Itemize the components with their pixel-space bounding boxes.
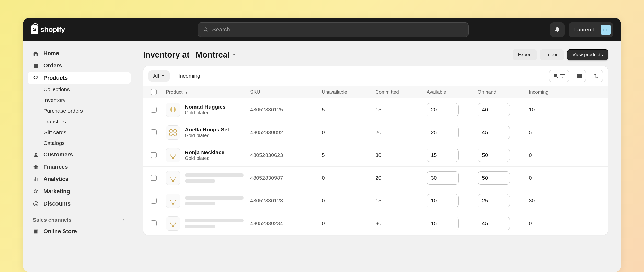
user-name: Lauren L. xyxy=(574,27,597,33)
available-input[interactable] xyxy=(427,194,459,207)
sku-cell: 48052830092 xyxy=(250,129,322,135)
avatar: LL xyxy=(601,25,611,35)
sidebar-sub-purchase-orders[interactable]: Purchase orders xyxy=(28,106,131,116)
search-input[interactable] xyxy=(212,26,463,33)
skeleton-line xyxy=(185,173,244,177)
on-hand-input[interactable] xyxy=(478,149,510,162)
tab-all[interactable]: All xyxy=(148,70,170,82)
export-button[interactable]: Export xyxy=(513,49,537,60)
customers-icon xyxy=(33,152,39,158)
sidebar-sub-collections[interactable]: Collections xyxy=(28,84,131,95)
product-thumbnail[interactable] xyxy=(166,103,180,117)
product-thumbnail[interactable] xyxy=(166,125,180,140)
column-header-available[interactable]: Available xyxy=(427,89,478,95)
committed-cell: 15 xyxy=(375,198,427,204)
on-hand-input[interactable] xyxy=(478,171,510,185)
sidebar-item-orders[interactable]: Orders xyxy=(28,60,131,72)
sidebar-item-products[interactable]: Products xyxy=(28,72,131,84)
product-name[interactable]: Nomad Huggies xyxy=(185,104,226,110)
sidebar-sub-transfers[interactable]: Transfers xyxy=(28,117,131,127)
on-hand-input[interactable] xyxy=(478,194,510,207)
user-menu[interactable]: Lauren L. LL xyxy=(569,22,613,37)
product-thumbnail[interactable] xyxy=(166,216,180,231)
available-input[interactable] xyxy=(427,171,459,185)
row-checkbox[interactable] xyxy=(151,107,157,113)
sidebar-item-label: Finances xyxy=(43,164,68,170)
shopify-bag-icon xyxy=(31,25,38,34)
select-all-checkbox[interactable] xyxy=(151,89,157,95)
committed-cell: 30 xyxy=(375,220,427,226)
discounts-icon xyxy=(33,201,39,207)
sku-cell: 48052830987 xyxy=(250,175,322,181)
search-filter-button[interactable] xyxy=(549,70,569,82)
column-header-unavailable[interactable]: Unavailable xyxy=(322,89,375,95)
product-name[interactable]: Ronja Necklace xyxy=(185,149,224,155)
sidebar-sub-inventory[interactable]: Inventory xyxy=(28,95,131,105)
column-header-sku[interactable]: SKU xyxy=(250,89,322,95)
svg-point-3 xyxy=(35,153,37,155)
on-hand-input[interactable] xyxy=(478,217,510,230)
svg-point-17 xyxy=(172,157,174,159)
on-hand-input[interactable] xyxy=(478,103,510,116)
sort-icon xyxy=(593,73,599,79)
svg-point-7 xyxy=(554,74,557,77)
columns-button[interactable] xyxy=(573,70,586,82)
sort-button[interactable] xyxy=(590,70,603,82)
search-icon xyxy=(553,73,559,79)
product-name[interactable]: Ariella Hoops Set xyxy=(185,127,229,133)
sku-cell: 48052830234 xyxy=(250,220,322,226)
bell-icon xyxy=(554,27,560,33)
product-thumbnail[interactable] xyxy=(166,194,180,208)
row-checkbox[interactable] xyxy=(151,175,157,181)
sidebar-item-customers[interactable]: Customers xyxy=(28,149,131,161)
product-thumbnail[interactable] xyxy=(166,171,180,185)
sidebar-item-label: Online Store xyxy=(43,228,77,235)
sidebar-sub-catalogs[interactable]: Catalogs xyxy=(28,138,131,148)
sidebar-item-marketing[interactable]: Marketing xyxy=(28,186,131,197)
import-button[interactable]: Import xyxy=(540,49,564,60)
chevron-down-icon xyxy=(161,74,165,78)
sidebar-item-finances[interactable]: Finances xyxy=(28,161,131,173)
on-hand-input[interactable] xyxy=(478,126,510,139)
topbar: shopify Lauren L. LL xyxy=(23,18,621,41)
table-row: Ariella Hoops SetGold plated480528300920… xyxy=(143,121,608,144)
sidebar: Home Orders Products Collections Invento… xyxy=(23,41,135,272)
available-input[interactable] xyxy=(427,149,459,162)
sidebar-item-online-store[interactable]: Online Store xyxy=(28,225,131,237)
tab-incoming[interactable]: Incoming xyxy=(174,70,205,82)
view-products-button[interactable]: View products xyxy=(567,49,608,60)
row-checkbox[interactable] xyxy=(151,220,157,226)
column-header-on-hand[interactable]: On hand xyxy=(478,89,529,95)
sidebar-item-discounts[interactable]: Discounts xyxy=(28,198,131,210)
table-row: 480528302340300 xyxy=(143,212,608,235)
available-input[interactable] xyxy=(427,217,459,230)
notifications-button[interactable] xyxy=(550,22,565,37)
sidebar-item-analytics[interactable]: Analytics xyxy=(28,173,131,185)
column-header-product[interactable]: Product ▴ xyxy=(166,89,250,95)
available-input[interactable] xyxy=(427,103,459,116)
table-row: Nomad HuggiesGold plated4805283012551510 xyxy=(143,98,608,121)
location-dropdown[interactable]: Montreal xyxy=(195,50,236,60)
add-view-button[interactable]: + xyxy=(209,71,219,81)
column-header-incoming[interactable]: Incoming xyxy=(529,89,559,95)
committed-cell: 20 xyxy=(375,129,427,135)
incoming-cell: 5 xyxy=(529,129,559,135)
committed-cell: 30 xyxy=(375,152,427,158)
search-input-wrap[interactable] xyxy=(198,22,469,37)
brand-logo[interactable]: shopify xyxy=(31,25,65,34)
row-checkbox[interactable] xyxy=(151,152,157,158)
sales-channels-label: Sales channels xyxy=(33,217,72,223)
table-header: Product ▴ SKU Unavailable Committed Avai… xyxy=(143,86,608,98)
product-thumbnail[interactable] xyxy=(166,148,180,162)
products-icon xyxy=(33,75,39,81)
sales-channels-header[interactable]: Sales channels xyxy=(28,210,131,225)
row-checkbox[interactable] xyxy=(151,198,157,204)
row-checkbox[interactable] xyxy=(151,129,157,135)
svg-line-1 xyxy=(206,30,208,31)
unavailable-cell: 0 xyxy=(322,220,375,226)
sidebar-item-home[interactable]: Home xyxy=(28,48,131,59)
sidebar-sub-gift-cards[interactable]: Gift cards xyxy=(28,127,131,138)
columns-icon xyxy=(577,73,582,79)
column-header-committed[interactable]: Committed xyxy=(375,89,427,95)
available-input[interactable] xyxy=(427,126,459,139)
